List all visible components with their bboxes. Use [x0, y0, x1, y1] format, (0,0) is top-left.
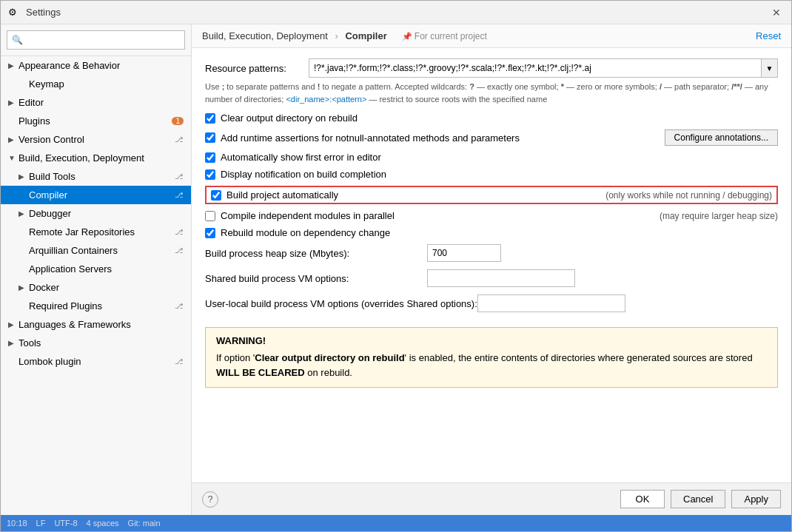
compile-parallel-hint: (may require larger heap size) — [660, 211, 778, 221]
sidebar-item-required-plugins[interactable]: Required Plugins ⎇ — [1, 297, 191, 315]
search-input[interactable] — [7, 30, 185, 50]
breadcrumb-current: Compiler — [345, 30, 386, 41]
warning-box: WARNING! If option 'Clear output directo… — [205, 327, 778, 388]
sidebar-item-label: Keymap — [29, 78, 184, 90]
sidebar-item-build-tools[interactable]: ▶ Build Tools ⎇ — [1, 167, 191, 186]
clear-output-checkbox[interactable] — [205, 113, 215, 124]
vcs-icon: ⎇ — [175, 357, 184, 366]
warning-title: WARNING! — [216, 335, 767, 346]
show-first-error-checkbox[interactable] — [205, 152, 215, 163]
title-bar: ⚙ Settings ✕ — [1, 1, 791, 24]
ok-button[interactable]: OK — [620, 490, 665, 508]
show-first-error-row: Automatically show first error in editor — [205, 152, 778, 163]
clear-output-label[interactable]: Clear output directory on rebuild — [221, 112, 358, 124]
help-button[interactable]: ? — [202, 491, 218, 508]
sidebar-item-label: Arquillian Containers — [29, 245, 172, 256]
shared-vm-label: Shared build process VM options: — [205, 273, 427, 284]
vcs-icon: ⎇ — [175, 172, 184, 181]
rebuild-on-change-label[interactable]: Rebuild module on dependency change — [221, 227, 390, 238]
close-button[interactable]: ✕ — [769, 5, 784, 20]
build-project-auto-row: Build project automatically (only works … — [205, 186, 778, 204]
heap-size-label: Build process heap size (Mbytes): — [205, 248, 427, 259]
vcs-icon: ⎇ — [175, 135, 184, 144]
sidebar-item-lombok[interactable]: Lombok plugin ⎇ — [1, 352, 191, 371]
rebuild-on-change-checkbox[interactable] — [205, 228, 215, 238]
shared-vm-input[interactable] — [427, 269, 575, 287]
add-runtime-checkbox[interactable] — [205, 132, 215, 143]
sidebar-item-label: Compiler — [29, 189, 172, 201]
sidebar-item-label: Version Control — [19, 134, 172, 145]
expand-arrow: ▶ — [19, 209, 29, 218]
sidebar-item-label: Debugger — [29, 208, 184, 219]
clear-output-row: Clear output directory on rebuild — [205, 112, 778, 124]
sidebar-item-label: Tools — [19, 337, 184, 349]
sidebar-item-app-servers[interactable]: Application Servers — [1, 260, 191, 278]
window-title: Settings — [26, 7, 769, 18]
status-encoding: UTF-8 — [54, 519, 77, 528]
settings-content: Resource patterns: ▼ Use ; to separate p… — [192, 48, 791, 482]
sidebar-item-version-control[interactable]: ▶ Version Control ⎇ — [1, 130, 191, 149]
vcs-icon: ⎇ — [175, 228, 184, 236]
configure-annotations-button[interactable]: Configure annotations... — [665, 129, 778, 146]
sidebar-item-compiler[interactable]: Compiler ⎇ — [1, 186, 191, 204]
breadcrumb: Build, Execution, Deployment › Compiler — [202, 30, 387, 41]
status-line-col: 10:18 — [7, 519, 27, 528]
breadcrumb-sep: › — [335, 30, 338, 41]
compile-parallel-checkbox[interactable] — [205, 211, 215, 221]
for-current-label: 📌 For current project — [402, 31, 487, 41]
build-project-auto-label[interactable]: Build project automatically — [226, 189, 591, 201]
search-box — [1, 24, 191, 56]
sidebar-item-editor[interactable]: ▶ Editor — [1, 93, 191, 112]
display-notification-row: Display notification on build completion — [205, 169, 778, 180]
build-project-auto-checkbox[interactable] — [211, 190, 221, 201]
user-local-vm-input[interactable] — [477, 294, 625, 312]
sidebar-item-keymap[interactable]: Keymap — [1, 75, 191, 93]
resource-patterns-expand-btn[interactable]: ▼ — [762, 58, 778, 78]
sidebar-item-arquillian[interactable]: Arquillian Containers ⎇ — [1, 241, 191, 260]
sidebar: ▶ Appearance & Behavior Keymap ▶ Editor … — [1, 24, 192, 515]
status-indent: 4 spaces — [87, 519, 119, 528]
display-notification-checkbox[interactable] — [205, 169, 215, 180]
expand-arrow: ▶ — [8, 320, 19, 329]
plugins-badge: 1 — [172, 117, 184, 125]
sidebar-item-label: Build, Execution, Deployment — [19, 152, 184, 164]
status-lf: LF — [36, 519, 46, 528]
expand-arrow: ▶ — [8, 339, 19, 347]
add-runtime-row: Add runtime assertions for notnull-annot… — [205, 129, 778, 146]
rebuild-on-change-row: Rebuild module on dependency change — [205, 227, 778, 238]
sidebar-item-label: Plugins — [19, 115, 169, 127]
add-runtime-label[interactable]: Add runtime assertions for notnull-annot… — [221, 132, 656, 144]
apply-button[interactable]: Apply — [731, 490, 781, 508]
sidebar-item-docker[interactable]: ▶ Docker — [1, 278, 191, 297]
sidebar-item-debugger[interactable]: ▶ Debugger — [1, 204, 191, 223]
reset-link[interactable]: Reset — [756, 30, 781, 41]
sidebar-item-tools[interactable]: ▶ Tools — [1, 334, 191, 352]
breadcrumb-part1: Build, Execution, Deployment — [202, 30, 328, 41]
sidebar-item-appearance[interactable]: ▶ Appearance & Behavior — [1, 56, 191, 75]
heap-size-input[interactable] — [427, 244, 501, 262]
user-local-vm-label: User-local build process VM options (ove… — [205, 298, 477, 309]
compile-parallel-row: Compile independent modules in parallel … — [205, 210, 778, 221]
vcs-icon: ⎇ — [175, 191, 184, 199]
compile-parallel-label[interactable]: Compile independent modules in parallel — [221, 210, 645, 221]
expand-arrow: ▶ — [19, 172, 29, 181]
sidebar-item-label: Application Servers — [29, 263, 184, 275]
resource-patterns-input[interactable] — [309, 58, 762, 78]
bottom-bar: ? OK Cancel Apply — [192, 482, 791, 515]
sidebar-item-build-exec-deploy[interactable]: ▼ Build, Execution, Deployment — [1, 149, 191, 167]
breadcrumb-bar: Build, Execution, Deployment › Compiler … — [192, 24, 791, 48]
sidebar-item-remote-jar[interactable]: Remote Jar Repositories ⎇ — [1, 223, 191, 241]
sidebar-item-label: Appearance & Behavior — [19, 60, 184, 71]
expand-arrow: ▶ — [8, 61, 19, 70]
expand-arrow: ▼ — [8, 154, 19, 162]
display-notification-label[interactable]: Display notification on build completion — [221, 169, 386, 180]
resource-hint: Use ; to separate patterns and ! to nega… — [205, 81, 778, 105]
sidebar-item-label: Build Tools — [29, 171, 172, 182]
sidebar-item-plugins[interactable]: Plugins 1 — [1, 112, 191, 130]
vcs-icon: ⎇ — [175, 246, 184, 255]
cancel-button[interactable]: Cancel — [671, 490, 725, 508]
show-first-error-label[interactable]: Automatically show first error in editor — [221, 152, 381, 163]
sidebar-item-label: Editor — [19, 97, 184, 108]
build-project-auto-hint: (only works while not running / debuggin… — [605, 190, 772, 201]
sidebar-item-languages-frameworks[interactable]: ▶ Languages & Frameworks — [1, 315, 191, 334]
